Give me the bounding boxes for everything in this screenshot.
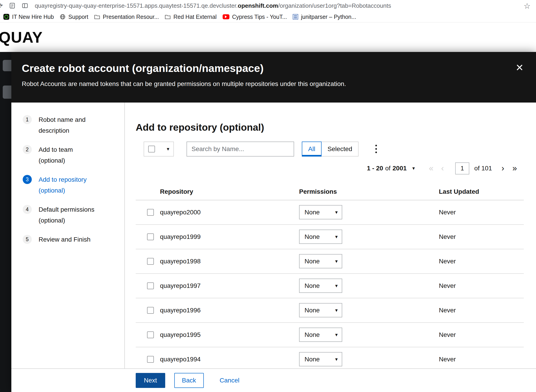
chevron-down-icon: ▾ xyxy=(412,166,415,171)
wizard-step-add-to-repository[interactable]: 3 Add to repository (optional) xyxy=(23,174,124,196)
row-checkbox[interactable] xyxy=(147,233,154,240)
last-updated-value: Never xyxy=(439,258,524,265)
step-number: 3 xyxy=(23,175,32,184)
bookmark-label: Cypress Tips - YouT... xyxy=(232,14,287,20)
total-pages-label: of 101 xyxy=(474,165,492,172)
wizard-step-add-to-team[interactable]: 2 Add to team (optional) xyxy=(23,144,124,166)
pagination-total: 2001 xyxy=(393,165,407,172)
doc-favicon xyxy=(293,14,298,19)
bookmark-label: IT New Hire Hub xyxy=(12,14,54,20)
next-button[interactable]: Next xyxy=(136,373,165,388)
pagination-of: of xyxy=(385,165,390,172)
wizard-step-robot-name[interactable]: 1 Robot name and description xyxy=(23,114,124,136)
row-checkbox[interactable] xyxy=(147,258,154,265)
url-domain: openshift.com xyxy=(238,2,278,9)
step-label: Add to repository (optional) xyxy=(39,174,96,196)
table-header: Repository Permissions Last Updated xyxy=(136,184,524,200)
filter-selected-button[interactable]: Selected xyxy=(321,142,358,157)
wizard-step-review-finish[interactable]: 5 Review and Finish xyxy=(23,234,124,245)
search-input[interactable] xyxy=(187,142,294,157)
current-page-input[interactable] xyxy=(455,163,469,174)
browser-address-bar: ⟳ quayregistry-quay-quay-enterprise-1557… xyxy=(0,0,536,11)
step-label: Review and Finish xyxy=(39,234,90,245)
bookmark-presentation-resources[interactable]: Presentation Resour... xyxy=(94,14,159,20)
bookmark-junitparser[interactable]: junitparser – Python... xyxy=(293,14,356,20)
bookmark-red-hat-external[interactable]: Red Hat External xyxy=(165,14,216,20)
step-number: 1 xyxy=(23,115,32,124)
repository-name: quayrepo2000 xyxy=(160,209,299,216)
step-label: Robot name and description xyxy=(39,114,96,136)
chevron-down-icon: ▾ xyxy=(335,234,338,239)
youtube-icon xyxy=(223,14,229,19)
row-checkbox[interactable] xyxy=(147,356,154,363)
folder-icon xyxy=(94,14,100,19)
split-view-icon[interactable] xyxy=(22,2,28,9)
permissions-dropdown[interactable]: None▾ xyxy=(299,327,342,342)
modal-description: Robot Accounts are named tokens that can… xyxy=(22,80,522,88)
chevron-down-icon: ▾ xyxy=(335,210,338,215)
bookmark-cypress-tips[interactable]: Cypress Tips - YouT... xyxy=(223,14,287,20)
modal-header: Create robot account (organization/names… xyxy=(11,52,536,103)
reload-icon[interactable]: ⟳ xyxy=(0,2,3,9)
row-checkbox[interactable] xyxy=(147,307,154,314)
bookmark-label: junitparser – Python... xyxy=(301,14,356,20)
repository-name: quayrepo1997 xyxy=(160,282,299,289)
row-checkbox[interactable] xyxy=(147,331,154,338)
table-row: quayrepo1995 None▾ Never xyxy=(136,323,524,347)
next-page-button[interactable]: › xyxy=(502,164,504,173)
column-repository: Repository xyxy=(160,188,299,195)
permissions-dropdown[interactable]: None▾ xyxy=(299,205,342,219)
step-label: Default permissions (optional) xyxy=(39,204,96,226)
bulk-select-checkbox[interactable] xyxy=(148,146,155,152)
url-text[interactable]: quayregistry-quay-quay-enterprise-15571.… xyxy=(35,2,391,9)
previous-page-button[interactable]: ‹ xyxy=(441,164,444,173)
back-button[interactable]: Back xyxy=(174,373,204,388)
table-row: quayrepo1994 None▾ Never xyxy=(136,347,524,372)
table-row: quayrepo1997 None▾ Never xyxy=(136,274,524,298)
last-page-button[interactable]: » xyxy=(512,164,517,173)
last-updated-value: Never xyxy=(439,307,524,314)
permissions-dropdown[interactable]: None▾ xyxy=(299,279,342,293)
chevron-down-icon: ▾ xyxy=(335,283,338,288)
close-icon[interactable]: × xyxy=(515,60,524,75)
bookmark-it-new-hire-hub[interactable]: IT New Hire Hub xyxy=(3,14,54,20)
step-label: Add to team (optional) xyxy=(39,144,96,166)
bookmarks-bar: IT New Hire Hub Support Presentation Res… xyxy=(0,11,536,23)
permissions-dropdown[interactable]: None▾ xyxy=(299,352,342,366)
wizard-step-default-permissions[interactable]: 4 Default permissions (optional) xyxy=(23,204,124,226)
page-title: Add to repository (optional) xyxy=(136,122,524,133)
permissions-dropdown[interactable]: None▾ xyxy=(299,229,342,244)
screen: ⟳ quayregistry-quay-quay-enterprise-1557… xyxy=(0,0,536,392)
url-path: /organization/user1org?tab=Robotaccounts xyxy=(278,2,391,9)
row-checkbox[interactable] xyxy=(147,209,154,216)
cancel-button[interactable]: Cancel xyxy=(218,377,241,384)
repository-name: quayrepo1996 xyxy=(160,307,299,314)
permissions-dropdown[interactable]: None▾ xyxy=(299,303,342,317)
globe-icon xyxy=(60,14,66,20)
repository-name: quayrepo1998 xyxy=(160,258,299,265)
step-content: Add to repository (optional) ▾ All Selec… xyxy=(125,103,536,369)
modal-backdrop-strip xyxy=(0,52,11,392)
step-number: 2 xyxy=(23,145,32,154)
bulk-select-dropdown[interactable]: ▾ xyxy=(144,142,174,157)
chevron-down-icon: ▾ xyxy=(335,332,338,337)
step-number: 4 xyxy=(23,205,32,214)
table-row: quayrepo1996 None▾ Never xyxy=(136,298,524,323)
first-page-button[interactable]: « xyxy=(429,164,433,173)
filter-all-button[interactable]: All xyxy=(302,142,322,157)
pagination-summary-dropdown[interactable]: 1 - 20 of 2001 ▾ xyxy=(367,165,415,172)
chevron-down-icon: ▾ xyxy=(335,259,338,264)
row-checkbox[interactable] xyxy=(147,282,154,289)
toolbar: ▾ All Selected xyxy=(136,142,524,157)
repository-name: quayrepo1999 xyxy=(160,233,299,240)
modal-title: Create robot account (organization/names… xyxy=(22,62,522,75)
last-updated-value: Never xyxy=(439,331,524,338)
permissions-dropdown[interactable]: None▾ xyxy=(299,254,342,268)
pagination: 1 - 20 of 2001 ▾ « ‹ of 101 › » xyxy=(136,163,524,174)
filter-toggle-group: All Selected xyxy=(302,142,358,157)
bookmark-support[interactable]: Support xyxy=(60,14,88,20)
site-info-icon[interactable] xyxy=(9,2,16,9)
repository-name: quayrepo1994 xyxy=(160,356,299,363)
bookmark-star-icon[interactable]: ☆ xyxy=(524,1,531,10)
kebab-menu-button[interactable] xyxy=(373,142,379,155)
